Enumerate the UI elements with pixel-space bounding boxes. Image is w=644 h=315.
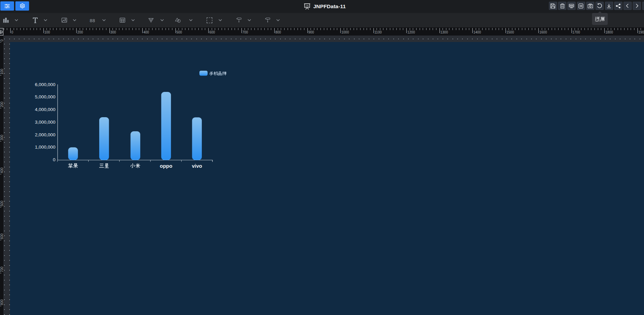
svg-text:1,000,000: 1,000,000: [35, 145, 55, 150]
svg-text:vivo: vivo: [192, 163, 202, 169]
svg-text:4,000,000: 4,000,000: [35, 107, 55, 112]
svg-text:0: 0: [53, 157, 55, 162]
svg-text:oppo: oppo: [160, 163, 172, 169]
svg-text:5,000,000: 5,000,000: [35, 94, 55, 99]
svg-text:3,000,000: 3,000,000: [35, 120, 55, 125]
svg-text:88: 88: [90, 18, 95, 23]
svg-text:6,000,000: 6,000,000: [35, 82, 55, 87]
svg-text:2,000,000: 2,000,000: [35, 132, 55, 137]
